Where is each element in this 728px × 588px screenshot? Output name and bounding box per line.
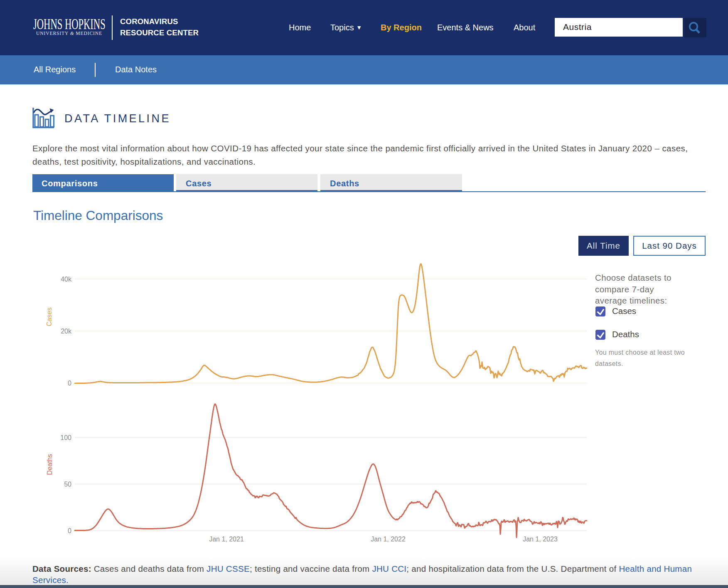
svg-text:Jan 1, 2021: Jan 1, 2021 [209,536,244,543]
svg-text:20k: 20k [61,328,72,335]
svg-text:Jan 1, 2023: Jan 1, 2023 [523,536,558,543]
svg-text:0: 0 [68,527,71,534]
svg-text:0: 0 [68,380,71,387]
svg-text:Jan 1, 2022: Jan 1, 2022 [371,536,406,543]
svg-text:Deaths: Deaths [46,454,53,475]
svg-text:50: 50 [64,481,71,488]
svg-text:Cases: Cases [46,307,53,326]
svg-text:40k: 40k [61,276,72,283]
svg-text:100: 100 [60,434,71,441]
